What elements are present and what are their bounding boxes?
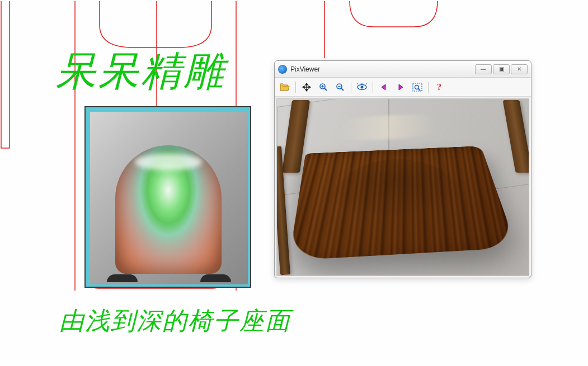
open-file-button[interactable]	[278, 80, 291, 94]
close-button[interactable]: ✕	[511, 64, 528, 74]
zoom-out-icon	[336, 83, 345, 92]
zoom-in-icon	[319, 83, 328, 92]
arrow-right-icon	[397, 83, 404, 91]
relief-render-preview	[84, 106, 251, 288]
caption-text: 由浅到深的椅子座面	[59, 305, 291, 338]
app-icon	[278, 65, 287, 74]
titlebar[interactable]: PixViewer — ▣ ✕	[275, 61, 531, 78]
help-button[interactable]: ?	[432, 80, 446, 94]
svg-point-3	[361, 85, 364, 88]
help-icon: ?	[437, 82, 441, 92]
image-viewport[interactable]	[276, 98, 529, 276]
zoom-fit-icon	[412, 83, 422, 92]
zoom-fit-button[interactable]	[411, 80, 424, 94]
watermark-title: 呆呆精雕	[56, 45, 226, 98]
prev-button[interactable]	[377, 80, 391, 94]
pan-button[interactable]	[300, 80, 313, 94]
chair-notch-left	[107, 274, 138, 282]
window-controls: — ▣ ✕	[475, 64, 528, 74]
next-button[interactable]	[394, 80, 407, 94]
arrow-left-icon	[380, 83, 388, 91]
zoom-out-button[interactable]	[333, 80, 347, 94]
svg-point-5	[415, 85, 419, 89]
open-folder-icon	[280, 83, 290, 92]
move-icon	[302, 83, 311, 92]
chair-notch-right	[200, 274, 231, 282]
wooden-chair-seat	[289, 146, 516, 260]
maximize-button[interactable]: ▣	[493, 64, 510, 74]
window-title: PixViewer	[290, 65, 475, 73]
svg-rect-4	[413, 83, 422, 91]
toolbar: ?	[275, 78, 531, 97]
minimize-button[interactable]: —	[475, 64, 492, 74]
zoom-in-button[interactable]	[317, 80, 330, 94]
seat-block-surface	[90, 112, 248, 284]
view-button[interactable]	[355, 80, 369, 94]
pixviewer-window[interactable]: PixViewer — ▣ ✕	[274, 60, 531, 278]
eye-icon	[356, 83, 368, 91]
